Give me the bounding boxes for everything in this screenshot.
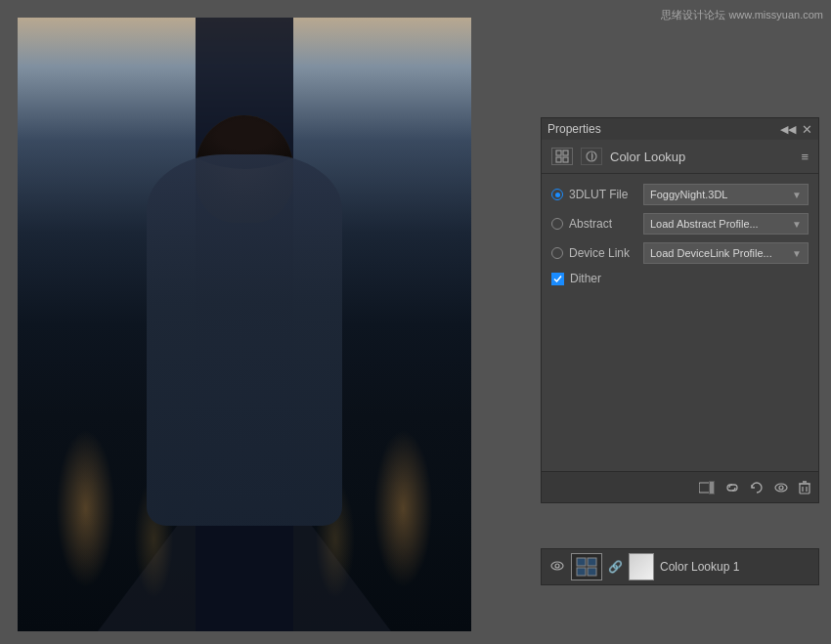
panel-menu-icon[interactable]: ≡ bbox=[801, 150, 809, 164]
panel-header: Color Lookup ≡ bbox=[542, 140, 818, 174]
device-link-value: Load DeviceLink Profile... bbox=[650, 247, 772, 259]
svg-rect-1 bbox=[563, 150, 568, 155]
svg-rect-7 bbox=[710, 482, 714, 494]
device-link-label: Device Link bbox=[569, 246, 637, 260]
svg-rect-10 bbox=[800, 484, 809, 494]
trash-icon[interactable] bbox=[799, 481, 810, 494]
device-link-arrow: ▼ bbox=[792, 248, 802, 259]
panel-empty-area bbox=[542, 295, 818, 471]
grid-icon[interactable] bbox=[551, 148, 573, 165]
panel-close-icon[interactable]: ✕ bbox=[802, 123, 812, 136]
layer-adjustment-icon[interactable] bbox=[571, 553, 602, 580]
panel-header-title: Color Lookup bbox=[610, 150, 685, 164]
device-link-radio[interactable] bbox=[551, 247, 563, 259]
abstract-label: Abstract bbox=[569, 217, 637, 231]
panel-title-area: Properties bbox=[547, 122, 601, 136]
panel-body: 3DLUT File FoggyNight.3DL ▼ Abstract Loa… bbox=[542, 174, 818, 295]
watermark: 思绪设计论坛 www.missyuan.com bbox=[661, 8, 823, 22]
canvas-image bbox=[18, 18, 471, 631]
layers-row: 🔗 Color Lookup 1 bbox=[541, 548, 819, 585]
eye-icon[interactable] bbox=[773, 481, 789, 494]
svg-rect-17 bbox=[577, 558, 586, 566]
abstract-dropdown[interactable]: Load Abstract Profile... ▼ bbox=[643, 213, 809, 235]
panel-collapse-icon[interactable]: ◀◀ bbox=[780, 123, 796, 136]
svg-point-8 bbox=[775, 484, 787, 492]
lut-file-row: 3DLUT File FoggyNight.3DL ▼ bbox=[551, 184, 809, 205]
panel-title: Properties bbox=[547, 122, 601, 136]
refresh-icon[interactable] bbox=[750, 481, 764, 494]
circle-icon[interactable] bbox=[581, 148, 602, 165]
layer-visibility-icon[interactable] bbox=[549, 559, 565, 575]
dither-row: Dither bbox=[551, 272, 809, 285]
dither-label: Dither bbox=[570, 272, 601, 285]
svg-rect-19 bbox=[577, 568, 586, 576]
svg-rect-20 bbox=[588, 568, 596, 576]
lut-file-value: FoggyNight.3DL bbox=[650, 189, 728, 200]
svg-point-16 bbox=[555, 564, 559, 568]
lut-file-arrow: ▼ bbox=[792, 190, 802, 200]
svg-rect-18 bbox=[588, 558, 596, 566]
panel-titlebar: Properties ◀◀ ✕ bbox=[542, 118, 818, 140]
panel-toolbar bbox=[542, 471, 818, 502]
device-link-row: Device Link Load DeviceLink Profile... ▼ bbox=[551, 242, 809, 264]
svg-point-9 bbox=[779, 486, 783, 490]
lut-file-label: 3DLUT File bbox=[569, 188, 637, 201]
svg-rect-2 bbox=[556, 157, 561, 162]
abstract-value: Load Abstract Profile... bbox=[650, 218, 759, 230]
lut-file-radio[interactable] bbox=[551, 189, 563, 200]
canvas-area bbox=[18, 18, 471, 631]
layer-link-icon[interactable]: 🔗 bbox=[608, 560, 623, 574]
svg-rect-0 bbox=[556, 150, 561, 155]
abstract-row: Abstract Load Abstract Profile... ▼ bbox=[551, 213, 809, 235]
panel-titlebar-right: ◀◀ ✕ bbox=[780, 123, 812, 136]
figure bbox=[117, 115, 372, 526]
layer-mask-thumb bbox=[629, 553, 654, 580]
layer-name: Color Lookup 1 bbox=[660, 560, 810, 574]
link-icon[interactable] bbox=[724, 481, 740, 494]
mask-icon[interactable] bbox=[699, 481, 715, 494]
lut-file-dropdown[interactable]: FoggyNight.3DL ▼ bbox=[643, 184, 809, 205]
device-link-dropdown[interactable]: Load DeviceLink Profile... ▼ bbox=[643, 242, 809, 264]
properties-panel: Properties ◀◀ ✕ Color Lookup ≡ bbox=[541, 117, 819, 503]
svg-rect-3 bbox=[563, 157, 568, 162]
dither-checkbox[interactable] bbox=[551, 273, 564, 285]
abstract-radio[interactable] bbox=[551, 218, 563, 230]
abstract-arrow: ▼ bbox=[792, 219, 802, 230]
svg-point-15 bbox=[551, 562, 563, 570]
figure-body bbox=[147, 154, 342, 526]
